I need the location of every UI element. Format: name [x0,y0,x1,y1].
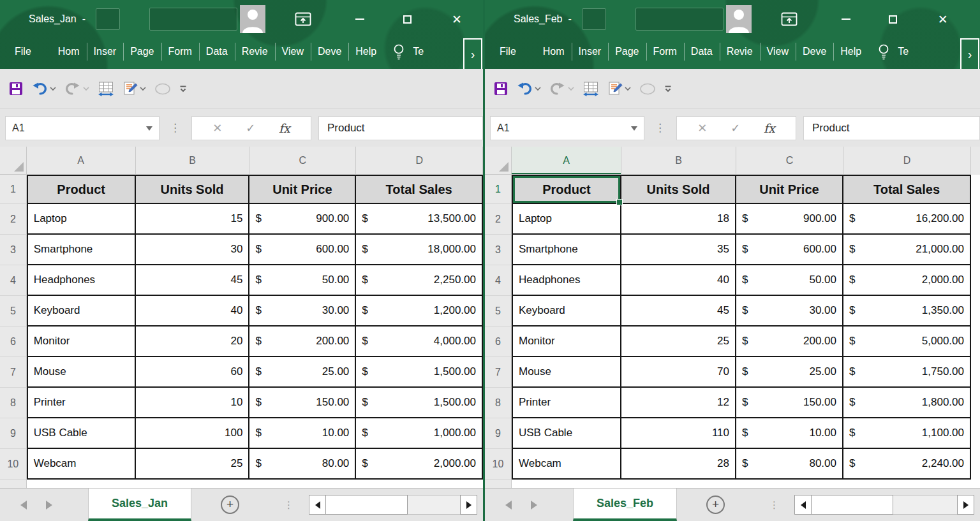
cell-D1[interactable]: Total Sales [356,175,483,204]
unit-price-cell[interactable]: $ 10.00 [249,418,356,449]
ribbon-tab[interactable]: Revie [235,34,275,69]
units-sold-cell[interactable]: 100 [136,418,250,449]
units-sold-cell[interactable]: 40 [621,265,736,296]
total-sales-cell[interactable]: $ 2,000.00 [356,449,483,480]
units-sold-cell[interactable]: 35 [621,235,736,265]
ribbon-tab[interactable]: Data [684,34,720,69]
row-header[interactable]: 8 [0,388,27,418]
sheet-nav-right-icon[interactable] [531,501,537,510]
tellme-lightbulb-icon[interactable] [877,34,890,69]
ribbon-tab[interactable]: Page [608,34,646,69]
maximize-icon[interactable] [402,15,412,24]
formula-input[interactable]: Product [803,116,980,140]
insert-function-icon[interactable]: fx [764,121,775,135]
cell-B1[interactable]: Units Sold [136,175,250,204]
unit-price-cell[interactable]: $ 10.00 [736,418,843,449]
save-button[interactable] [9,82,23,96]
unit-price-cell[interactable]: $ 200.00 [249,327,356,357]
row-header[interactable]: 8 [485,388,512,418]
ribbon-tab[interactable]: View [275,34,311,69]
unit-price-cell[interactable]: $ 900.00 [736,204,843,235]
title-bar-search-box[interactable] [149,8,237,31]
cell-D1[interactable]: Total Sales [843,175,971,204]
minimize-icon[interactable] [355,18,365,20]
enter-icon[interactable]: ✓ [731,121,740,135]
total-sales-cell[interactable]: $ 1,750.00 [843,357,971,388]
cancel-icon[interactable]: ✕ [212,121,222,135]
cell-C1[interactable]: Unit Price [249,175,356,204]
units-sold-cell[interactable]: 25 [621,327,736,357]
unit-price-cell[interactable]: $ 25.00 [249,357,356,388]
ribbon-tab[interactable]: Hom [536,34,572,69]
total-sales-cell[interactable]: $ 1,800.00 [843,388,971,418]
redo-button[interactable] [64,82,89,96]
total-sales-cell[interactable]: $ 2,000.00 [843,265,971,296]
product-cell[interactable]: Keyboard [512,296,621,327]
maximize-icon[interactable] [888,15,898,24]
customize-qat-button[interactable] [664,85,672,93]
row-header[interactable]: 3 [485,235,512,265]
unit-price-cell[interactable]: $ 30.00 [736,296,843,327]
unit-price-cell[interactable]: $ 600.00 [736,235,843,265]
column-header[interactable]: C [249,147,356,175]
minimize-icon[interactable] [841,18,851,20]
unit-price-cell[interactable]: $ 50.00 [249,265,356,296]
horizontal-scrollbar[interactable] [794,495,974,515]
product-cell[interactable]: Laptop [27,204,136,235]
add-sheet-button[interactable]: + [221,495,239,514]
row-header[interactable]: 5 [0,296,27,327]
close-icon[interactable]: ✕ [452,12,462,27]
total-sales-cell[interactable]: $ 1,500.00 [356,357,483,388]
units-sold-cell[interactable]: 18 [621,204,736,235]
sheet-tab[interactable]: Sales_Jan [88,488,191,521]
product-cell[interactable]: Printer [27,388,136,418]
total-sales-cell[interactable]: $ 1,500.00 [356,388,483,418]
product-cell[interactable]: Webcam [512,449,621,480]
units-sold-cell[interactable]: 10 [136,388,250,418]
column-header[interactable]: C [736,147,843,175]
units-sold-cell[interactable]: 40 [136,296,250,327]
ribbon-more-button[interactable]: › [463,38,482,69]
units-sold-cell[interactable]: 20 [136,327,250,357]
title-bar-small-box[interactable] [96,8,120,30]
units-sold-cell[interactable]: 15 [136,204,250,235]
product-cell[interactable]: Smartphone [512,235,621,265]
ribbon-tab[interactable]: Deve [796,34,833,69]
row-header[interactable]: 4 [485,265,512,296]
unit-price-cell[interactable]: $ 200.00 [736,327,843,357]
scrollbar-thumb[interactable] [812,495,893,515]
ribbon-tab[interactable]: Help [833,34,868,69]
product-cell[interactable]: USB Cable [512,418,621,449]
row-header[interactable]: 4 [0,265,27,296]
tellme-label[interactable]: Te [413,34,424,69]
column-header[interactable]: B [136,147,250,175]
units-sold-cell[interactable]: 70 [621,357,736,388]
product-cell[interactable]: Monitor [27,327,136,357]
edit-form-button[interactable] [607,81,631,96]
unit-price-cell[interactable]: $ 80.00 [249,449,356,480]
ribbon-tab[interactable]: Page [123,34,161,69]
ribbon-tab[interactable]: File [8,34,38,69]
total-sales-cell[interactable]: $ 1,350.00 [843,296,971,327]
row-header[interactable]: 9 [0,418,27,449]
avatar[interactable] [726,5,752,33]
name-box[interactable]: A1 [490,116,644,140]
ribbon-tab[interactable]: Data [199,34,235,69]
undo-button[interactable] [31,82,56,96]
total-sales-cell[interactable]: $ 21,000.00 [843,235,971,265]
row-header[interactable]: 1 [0,175,27,204]
oval-shape-button[interactable] [154,83,171,95]
product-cell[interactable]: Keyboard [27,296,136,327]
ribbon-tab[interactable]: Form [646,34,684,69]
row-header[interactable]: 10 [485,449,512,480]
row-header[interactable]: 9 [485,418,512,449]
ribbon-more-button[interactable]: › [960,38,979,69]
total-sales-cell[interactable]: $ 16,200.00 [843,204,971,235]
unit-price-cell[interactable]: $ 150.00 [249,388,356,418]
unit-price-cell[interactable]: $ 30.00 [249,296,356,327]
formula-input[interactable]: Product [318,116,483,140]
ribbon-tab[interactable]: File [493,34,523,69]
product-cell[interactable]: USB Cable [27,418,136,449]
product-cell[interactable]: Smartphone [27,235,136,265]
autofit-columns-button[interactable] [583,81,599,97]
